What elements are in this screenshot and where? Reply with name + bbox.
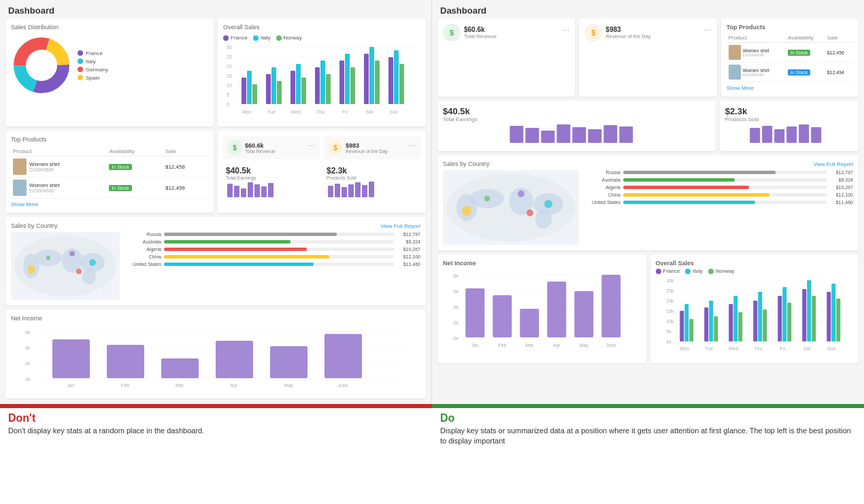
country-val: $11,460 <box>829 200 853 205</box>
right-day-revenue-card: $ $983 Revenue of the Day ··· <box>579 18 716 97</box>
day-dots[interactable]: ··· <box>408 140 416 150</box>
world-map-svg <box>11 232 120 300</box>
svg-text:Thu: Thu <box>316 110 325 114</box>
svg-text:Jan: Jan <box>67 383 74 388</box>
svg-text:Mon: Mon <box>242 110 252 114</box>
svg-rect-81 <box>107 345 144 378</box>
svg-text:15: 15 <box>227 73 232 78</box>
r-country-label: Sales by Country <box>443 161 490 167</box>
country-val: $10,267 <box>829 185 853 190</box>
svg-text:Wed: Wed <box>729 346 738 351</box>
r-revenue-dots[interactable]: ··· <box>562 24 570 35</box>
country-us: United States $11,460 <box>124 262 420 267</box>
product-cell: Women shirt D10004434 <box>727 43 786 63</box>
day-icon: $ <box>328 140 343 155</box>
svg-point-71 <box>27 265 35 273</box>
svg-text:Feb: Feb <box>121 383 129 388</box>
country-australia: Australia $9,324 <box>124 239 420 244</box>
bar-bg <box>623 201 827 204</box>
country-val: $9,324 <box>397 239 420 244</box>
do-desc: Display key stats or summarized data at … <box>440 426 856 447</box>
product-name: Women shirt <box>29 161 60 167</box>
svg-rect-58 <box>355 182 361 197</box>
svg-text:Sat: Sat <box>803 346 810 351</box>
svg-point-115 <box>527 209 533 216</box>
dont-desc: Don't display key stats at a random plac… <box>8 426 424 436</box>
stock-badge: In Stock <box>109 164 131 170</box>
view-full-link[interactable]: View Full Report <box>380 223 420 229</box>
main-layout: Dashboard Sales Distribution <box>0 0 864 404</box>
r-product-id: D10004434 <box>743 73 769 77</box>
svg-text:Fri: Fri <box>780 346 786 351</box>
svg-rect-30 <box>326 74 331 104</box>
svg-point-113 <box>544 200 552 208</box>
svg-rect-54 <box>328 186 333 197</box>
r-day-dots[interactable]: ··· <box>703 24 712 35</box>
right-overall-sales-card: Overall Sales France Italy Norway <box>650 254 859 363</box>
spain-dot <box>78 75 83 80</box>
avail-cell: In Stock <box>107 156 163 178</box>
country-name: Russia <box>583 170 620 175</box>
svg-rect-101 <box>762 126 772 143</box>
r-bar-chart: 30k 25k 20k 15k 10k 5k 0k <box>656 277 854 355</box>
svg-rect-22 <box>266 74 271 104</box>
svg-text:30: 30 <box>227 45 232 50</box>
svg-text:20: 20 <box>227 64 232 69</box>
right-country-header: Sales by Country View Full Report <box>443 161 853 167</box>
left-top-products-card: Top Products Product Availability Sale <box>5 131 214 213</box>
country-name: Australia <box>124 239 161 244</box>
svg-text:10k: 10k <box>666 319 674 324</box>
country-russia: Russia $12,787 <box>124 232 420 237</box>
r-show-more[interactable]: Show More <box>727 85 853 91</box>
svg-text:25k: 25k <box>666 288 674 293</box>
bar-fill <box>164 233 337 236</box>
country-val: $12,787 <box>829 170 853 175</box>
svg-point-66 <box>82 268 96 284</box>
svg-rect-52 <box>261 186 267 197</box>
svg-text:Sat: Sat <box>366 110 373 114</box>
r-view-full[interactable]: View Full Report <box>813 161 853 167</box>
total-earnings-stat: $40.5k Total Earnings <box>223 163 320 203</box>
left-products-label: Top Products <box>11 136 208 143</box>
svg-rect-172 <box>831 284 835 341</box>
stock-badge: In Stock <box>109 185 131 191</box>
r-day-icon: $ <box>584 24 602 41</box>
svg-rect-27 <box>301 78 306 104</box>
r-day-lbl: Revenue of the Day <box>605 33 650 39</box>
bar-fill <box>164 248 307 251</box>
svg-text:Sun: Sun <box>390 110 399 114</box>
svg-rect-47 <box>227 184 233 197</box>
right-revenue-card: $ $60.6k Total Revenue ··· <box>437 18 575 97</box>
svg-rect-28 <box>315 67 320 104</box>
bar-bg <box>164 255 394 258</box>
dont-label-section: Don't Don't display key stats at a rando… <box>0 408 432 437</box>
price-cell: $12,456 <box>163 178 208 199</box>
svg-rect-173 <box>836 299 840 341</box>
revenue-dots[interactable]: ··· <box>308 140 316 150</box>
svg-rect-48 <box>234 186 239 197</box>
r-overall-legend: France Italy Norway <box>656 268 854 274</box>
svg-text:Apr: Apr <box>231 383 239 388</box>
bar-bg <box>623 178 827 182</box>
italy-dot <box>78 58 83 64</box>
product-id: D10004506 <box>29 167 60 172</box>
svg-rect-162 <box>753 301 757 341</box>
svg-rect-83 <box>216 341 253 378</box>
r-revenue-icon: $ <box>443 24 461 41</box>
day-value: $983 <box>346 142 388 149</box>
svg-rect-160 <box>733 296 737 341</box>
avail-cell: In Stock <box>107 178 163 199</box>
svg-text:Wed: Wed <box>291 110 301 114</box>
country-china: China $12,100 <box>124 254 420 259</box>
show-more-link[interactable]: Show More <box>11 201 208 207</box>
bar-bg <box>164 248 394 251</box>
price-cell: $12,456 <box>163 156 208 178</box>
svg-rect-31 <box>339 61 344 104</box>
svg-text:5: 5 <box>227 93 229 97</box>
legend-france: France <box>78 50 108 56</box>
country-val: $12,787 <box>397 232 420 237</box>
product-thumb <box>13 158 27 175</box>
r-product-thumb <box>729 45 741 60</box>
svg-rect-161 <box>738 312 742 341</box>
legend-italy-line: Italy <box>253 35 271 41</box>
